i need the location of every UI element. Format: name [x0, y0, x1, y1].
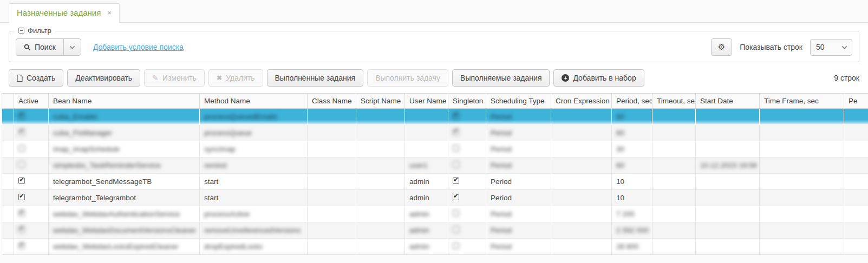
running-tasks-button[interactable]: Выполняемые задания: [452, 69, 550, 87]
checkbox-unchecked-icon: [453, 226, 459, 233]
cell-cron: [551, 109, 612, 125]
cell-schedulingType: Period: [486, 190, 551, 206]
executed-tasks-button[interactable]: Выполненные задания: [267, 69, 364, 87]
table-row[interactable]: cuba_EmailerprocessQueuedEmailsPeriod60: [2, 109, 868, 125]
running-tasks-button-label: Выполняемые задания: [460, 74, 541, 82]
cell-startDate: [696, 206, 760, 222]
checkbox-unchecked-icon: [18, 145, 25, 152]
add-search-condition-link[interactable]: Добавить условие поиска: [93, 43, 184, 51]
cell-timeout: [652, 157, 696, 174]
cell-timeout: [652, 222, 696, 239]
collapse-filter-icon[interactable]: [18, 28, 24, 34]
table-row[interactable]: webdav_WebdavAuthenticationServiceproces…: [2, 206, 868, 222]
checkbox-checked-icon: [453, 113, 459, 119]
column-header-handle[interactable]: [2, 94, 14, 109]
tab-scheduled-tasks[interactable]: Назначенные задания ×: [9, 3, 120, 23]
add-to-set-button[interactable]: + Добавить в набор: [553, 69, 644, 87]
column-header-active[interactable]: Active: [14, 94, 49, 109]
rows-per-page-select[interactable]: 50: [810, 39, 852, 56]
rows-per-page-value: 50: [816, 43, 825, 51]
column-header-schedulingType[interactable]: Scheduling Type: [486, 94, 551, 109]
column-header-className[interactable]: Class Name: [308, 94, 356, 109]
cell-pe: [844, 206, 868, 222]
cell-singleton: [448, 109, 486, 125]
cell-method: processQueue: [200, 125, 308, 141]
table-row[interactable]: webdav_WebdavLocksExpiredCleanerdropExpi…: [2, 239, 868, 255]
table-row[interactable]: telegrambot_SendMessageTBstartadminPerio…: [2, 174, 868, 190]
cell-text: 10: [616, 177, 624, 186]
filter-section: Фильтр Поиск Добавить условие поиска ⚙ П: [0, 23, 868, 62]
column-header-scriptName[interactable]: Script Name: [356, 94, 405, 109]
cell-text: 28 800: [616, 242, 638, 251]
column-header-singleton[interactable]: Singleton: [448, 94, 486, 109]
table-row[interactable]: webdav_WebdavDocumentVersionsCleanerremo…: [2, 222, 868, 239]
column-header-timeout[interactable]: Timeout, sec: [652, 94, 696, 109]
cell-text: 30: [616, 145, 624, 153]
filter-settings-button[interactable]: ⚙: [711, 38, 732, 56]
rows-per-page-label: Показывать строк: [740, 43, 802, 51]
checkbox-checked-icon: [453, 194, 459, 200]
cell-text: syncImap: [204, 145, 236, 153]
column-header-startDate[interactable]: Start Date: [696, 94, 760, 109]
cell-text: Period: [491, 210, 512, 218]
column-header-user[interactable]: User Name: [405, 94, 448, 109]
cell-cron: [551, 174, 612, 190]
cell-startDate: 10.12.2023 19:56: [696, 157, 760, 174]
cell-schedulingType: Period: [486, 141, 551, 157]
row-count: 9 строк: [834, 74, 859, 82]
tab-close-icon[interactable]: ×: [107, 9, 112, 16]
cell-scriptName: [356, 125, 405, 141]
chevron-down-icon: [842, 44, 847, 49]
table-row[interactable]: simplesbx_TaskReminderServicereminduser1…: [2, 157, 868, 174]
table-row[interactable]: telegrambot_TelegrambotstartadminPeriod1…: [2, 190, 868, 206]
search-button[interactable]: Поиск: [16, 38, 64, 56]
cell-text: simplesbx_TaskReminderService: [53, 161, 161, 169]
column-header-bean[interactable]: Bean Name: [49, 94, 200, 109]
cell-schedulingType: Period: [486, 222, 551, 239]
cell-bean: imap_ImapSchedule: [49, 141, 200, 157]
checkbox-unchecked-icon: [18, 161, 25, 168]
cell-text: Period: [491, 161, 512, 169]
cell-bean: cuba_Emailer: [49, 109, 200, 125]
cell-className: [308, 125, 356, 141]
column-header-cron[interactable]: Cron Expression: [551, 94, 612, 109]
column-header-timeFrame[interactable]: Time Frame, sec: [760, 94, 844, 109]
cell-text: Period: [491, 177, 512, 186]
cell-className: [308, 190, 356, 206]
column-header-period[interactable]: Period, sec: [612, 94, 652, 109]
cell-bean: cuba_FtsManager: [49, 125, 200, 141]
cell-scriptName: [356, 206, 405, 222]
cell-text: admin: [409, 210, 429, 218]
cell-timeout: [652, 174, 696, 190]
cell-scriptName: [356, 222, 405, 239]
column-header-method[interactable]: Method Name: [200, 94, 308, 109]
cell-startDate: [696, 125, 760, 141]
table-row[interactable]: imap_ImapSchedulesyncImapPeriod30: [2, 141, 868, 157]
executed-tasks-button-label: Выполненные задания: [275, 74, 356, 82]
execute-task-button[interactable]: Выполнить задачу: [367, 69, 448, 87]
column-header-pe[interactable]: Pe: [844, 94, 868, 109]
cell-startDate: [696, 190, 760, 206]
deactivate-button[interactable]: Деактивировать: [67, 69, 140, 87]
cell-user: admin: [405, 222, 448, 239]
cell-bean: webdav_WebdavDocumentVersionsCleaner: [49, 222, 200, 239]
cell-cron: [551, 157, 612, 174]
cell-handle: [2, 206, 14, 222]
cell-handle: [2, 109, 14, 125]
cell-timeFrame: [760, 206, 844, 222]
search-dropdown-button[interactable]: [63, 38, 81, 56]
create-button[interactable]: Создать: [9, 69, 63, 87]
cell-timeFrame: [760, 174, 844, 190]
cell-text: removeUnreferencedVersions: [204, 226, 301, 234]
remove-button[interactable]: ✖ Удалить: [208, 69, 263, 87]
cell-cron: [551, 222, 612, 239]
create-button-label: Создать: [27, 74, 55, 82]
cell-handle: [2, 239, 14, 255]
table-row[interactable]: cuba_FtsManagerprocessQueuePeriod60: [2, 125, 868, 141]
cell-timeout: [652, 206, 696, 222]
cell-singleton: [448, 222, 486, 239]
filter-fieldset: Фильтр Поиск Добавить условие поиска ⚙ П: [9, 31, 859, 62]
cell-text: 7 200: [616, 210, 635, 218]
edit-button[interactable]: ✎ Изменить: [144, 69, 205, 87]
cell-schedulingType: Period: [486, 206, 551, 222]
